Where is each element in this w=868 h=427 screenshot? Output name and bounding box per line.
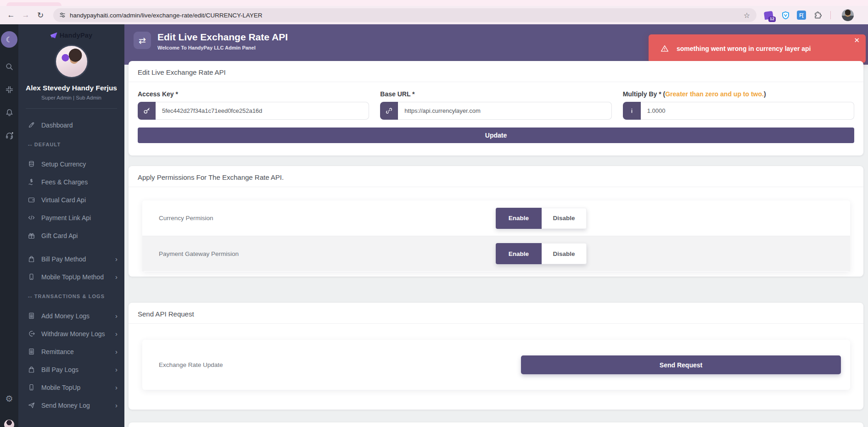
sidebar-item-label: Send Money Log [41,402,90,409]
user-role: Super Admin | Sub Admin [18,95,124,100]
fi-extension-icon[interactable]: F[ [797,11,806,20]
code-icon [28,214,35,221]
chevron-right-icon: › [115,348,118,355]
fullscreen-compress-icon[interactable] [6,86,13,94]
user-avatar[interactable] [55,44,89,78]
sidebar-item-payment-link-api[interactable]: Payment Link Api [18,209,124,227]
disable-button[interactable]: Disable [542,243,587,264]
send-api-card-title: Send API Request [129,303,863,324]
handypay-logo[interactable]: HandyPay [18,31,124,40]
info-icon [623,102,641,120]
sidebar-item-label: Withdraw Money Logs [41,330,105,338]
address-bar[interactable]: ☆ [53,8,756,22]
sidebar-item-label: Dashboard [41,122,73,129]
disable-button[interactable]: Disable [542,208,587,229]
notifications-bell-icon[interactable] [6,109,13,116]
extensions-puzzle-icon[interactable] [812,10,823,21]
sidebar-item-withdraw-money-logs[interactable]: Withdraw Money Logs› [18,325,124,343]
chevron-right-icon: › [115,330,118,338]
sidebar-item-setup-currency[interactable]: Setup Currency [18,155,124,173]
enable-button[interactable]: Enable [496,208,542,229]
icon-rail: ☾ ⚙ [0,24,18,427]
sidebar-item-mobile-topup[interactable]: Mobile TopUp› [18,378,124,396]
warning-icon [661,44,669,53]
sidebar-item-label: Mobile TopUp Method [41,273,104,281]
sidebar-item-fees-charges[interactable]: Fees & Charges [18,173,124,191]
sidebar-menu: Dashboard-- DEFAULTSetup CurrencyFees & … [18,116,124,414]
send-api-row-label: Exchange Rate Update [159,361,223,368]
wallet-icon [28,196,35,203]
bookmark-star-icon[interactable]: ☆ [744,11,750,20]
sidebar-item-dashboard[interactable]: Dashboard [18,116,124,134]
sidebar-item-send-money-log[interactable]: Send Money Log› [18,396,124,414]
sidebar-item-remittance[interactable]: Remittance› [18,343,124,360]
calc-icon [28,348,35,355]
sidebar: HandyPay Alex Stevedy Handy Ferjus Super… [18,24,124,427]
site-info-icon[interactable] [59,11,66,19]
toast-message: something went wrong in currency layer a… [677,45,811,52]
search-icon[interactable] [6,63,13,71]
browser-chrome: ← → ↻ ☆ 12 [0,0,868,24]
access-key-group: Access Key * [138,90,369,120]
sidebar-item-mobile-topup-method[interactable]: Mobile TopUp Method› [18,268,124,286]
fees-icon [28,178,35,185]
url-input[interactable] [70,12,744,19]
sidebar-item-label: Payment Link Api [41,214,91,222]
multiply-by-group: Multiply By * (Greater than zero and up … [623,90,854,120]
sidebar-item-virtual-card-api[interactable]: Virtual Card Api [18,191,124,209]
base-url-group: Base URL * [380,90,611,120]
multiply-by-input[interactable] [641,102,854,120]
settings-gear-icon[interactable]: ⚙ [5,394,13,404]
moon-icon: ☾ [6,35,12,44]
shield-extension-icon[interactable] [780,10,791,21]
enable-button[interactable]: Enable [496,243,542,264]
sidebar-item-label: Gift Card Api [41,232,78,239]
browser-tab-strip [0,0,868,6]
bag-icon [28,366,35,373]
calc-icon [28,312,35,319]
user-name: Alex Stevedy Handy Ferjus [18,84,124,92]
send-request-button[interactable]: Send Request [521,355,841,374]
phone-icon [28,273,35,280]
chevron-right-icon: › [115,383,118,391]
browser-profile-avatar[interactable] [842,9,854,21]
sidebar-item-label: Remittance [41,348,74,355]
access-key-input[interactable] [156,102,369,120]
reload-icon[interactable]: ↻ [33,8,48,22]
back-icon[interactable]: ← [4,8,18,22]
extensions-area: 12 F[ [763,9,854,21]
sidebar-section-label: -- DEFAULT [18,134,124,155]
sidebar-item-bill-pay-method[interactable]: Bill Pay Method› [18,250,124,268]
sidebar-item-add-money-logs[interactable]: Add Money Logs› [18,307,124,325]
edit-api-card: Edit Live Exchange Rate API Access Key * [129,61,863,155]
send-icon [28,402,35,409]
browser-tab[interactable] [6,2,62,6]
exchange-arrows-icon: ⇄ [134,32,151,49]
sidebar-item-label: Add Money Logs [41,312,90,320]
toolbar-divider [830,11,831,19]
base-url-input[interactable] [398,102,611,120]
dark-mode-toggle[interactable]: ☾ [1,31,17,48]
form-grid: Access Key * Base URL * [129,82,863,120]
sidebar-item-label: Bill Pay Logs [41,366,78,373]
next-card-partial [129,422,863,427]
forward-icon[interactable]: → [18,8,33,22]
extension-badge: 12 [768,17,776,22]
support-headset-icon[interactable] [6,132,13,139]
permissions-table: Currency PermisionEnableDisablePayment G… [142,200,850,272]
sidebar-item-bill-pay-logs[interactable]: Bill Pay Logs› [18,360,124,378]
bag-icon [28,255,35,262]
rail-user-avatar[interactable] [4,420,14,427]
toast-close-icon[interactable]: ✕ [854,36,860,44]
page-title: Edit Live Exchange Rate API [157,32,288,43]
page-head: ⇄ Edit Live Exchange Rate API Welcome To… [134,32,288,50]
sidebar-item-gift-card-api[interactable]: Gift Card Api [18,227,124,244]
app-shell: ☾ ⚙ [0,24,868,427]
tag-extension-icon[interactable]: 12 [763,10,774,21]
permissions-card-title: Apply Permissions For The Exchange Rate … [129,166,863,187]
update-button[interactable]: Update [138,128,854,143]
base-url-label: Base URL * [380,90,611,98]
permission-toggle: EnableDisable [496,208,587,229]
rocket-icon [28,122,35,128]
chevron-right-icon: › [115,273,118,281]
